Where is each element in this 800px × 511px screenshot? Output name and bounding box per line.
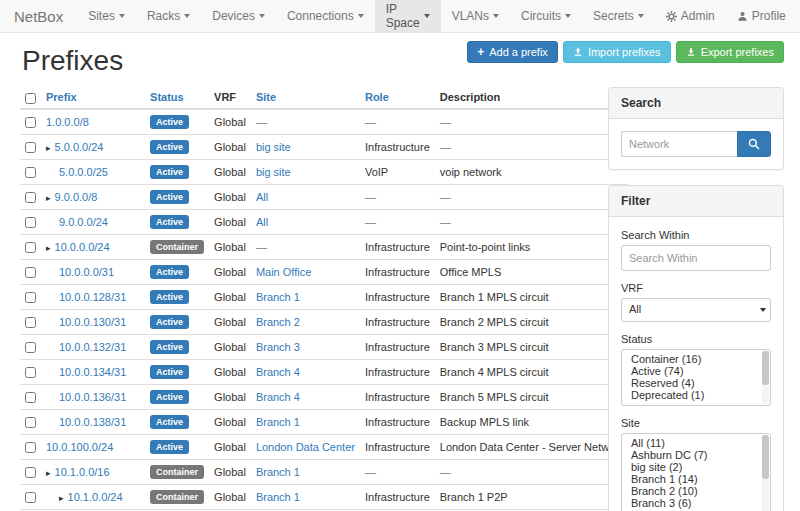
app-brand[interactable]: NetBox: [14, 0, 77, 32]
column-header-role[interactable]: Role: [365, 91, 389, 103]
site-link[interactable]: Branch 4: [256, 391, 300, 403]
site-link[interactable]: All: [256, 191, 268, 203]
status-listbox[interactable]: Container (16)Active (74)Reserved (4)Dep…: [621, 349, 771, 406]
expand-icon[interactable]: ▸: [46, 243, 51, 253]
nav-item-vlans[interactable]: VLANs: [441, 0, 510, 32]
prefix-link[interactable]: 10.0.0.128/31: [59, 291, 126, 303]
vrf-cell: Global: [209, 109, 251, 135]
row-checkbox[interactable]: [25, 342, 36, 353]
nav-item-ip-space[interactable]: IP Space: [375, 0, 441, 32]
scrollbar[interactable]: [762, 351, 769, 404]
row-checkbox[interactable]: [25, 142, 36, 153]
vrf-select[interactable]: All: [621, 298, 771, 322]
prefix-link[interactable]: 10.0.0.0/31: [59, 266, 114, 278]
nav-item-profile[interactable]: Profile: [726, 0, 797, 32]
prefix-link[interactable]: 1.0.0.0/8: [46, 116, 89, 128]
prefix-link[interactable]: 10.0.0.132/31: [59, 341, 126, 353]
filter-option[interactable]: big site (2): [622, 461, 770, 473]
prefix-link[interactable]: 10.0.0.136/31: [59, 391, 126, 403]
site-link[interactable]: London Data Center: [256, 441, 355, 453]
row-checkbox[interactable]: [25, 417, 36, 428]
prefix-link[interactable]: 10.1.0.0/24: [68, 491, 123, 503]
expand-icon[interactable]: ▸: [46, 143, 51, 153]
prefix-link[interactable]: 10.0.0.138/31: [59, 416, 126, 428]
expand-icon[interactable]: ▸: [59, 493, 64, 503]
vrf-cell: Global: [209, 209, 251, 234]
filter-option[interactable]: Branch 2 (10): [622, 485, 770, 497]
column-header-description: Description: [440, 91, 501, 103]
row-checkbox[interactable]: [25, 167, 36, 178]
search-within-input[interactable]: [621, 245, 771, 271]
role-cell: Infrastructure: [365, 491, 430, 503]
prefix-link[interactable]: 10.0.0.134/31: [59, 366, 126, 378]
row-checkbox[interactable]: [25, 292, 36, 303]
nav-item-label: Devices: [212, 9, 255, 23]
prefix-link[interactable]: 10.1.0.0/16: [55, 466, 110, 478]
status-badge: Active: [150, 340, 189, 354]
filter-option[interactable]: Branch 1 (14): [622, 473, 770, 485]
scrollbar[interactable]: [762, 435, 769, 511]
row-checkbox[interactable]: [25, 367, 36, 378]
filter-option[interactable]: All (11): [622, 437, 770, 449]
prefix-link[interactable]: 10.0.0.130/31: [59, 316, 126, 328]
status-label: Status: [621, 333, 771, 345]
site-link[interactable]: Branch 1: [256, 416, 300, 428]
row-checkbox[interactable]: [25, 117, 36, 128]
import-prefixes-button[interactable]: Import prefixes: [563, 41, 671, 63]
expand-icon[interactable]: ▸: [46, 193, 51, 203]
row-checkbox[interactable]: [25, 392, 36, 403]
filter-option[interactable]: Branch 3 (6): [622, 497, 770, 509]
nav-item-devices[interactable]: Devices: [201, 0, 276, 32]
site-link[interactable]: Branch 1: [256, 466, 300, 478]
site-link[interactable]: Branch 4: [256, 366, 300, 378]
select-all-checkbox[interactable]: [25, 93, 36, 104]
row-checkbox[interactable]: [25, 192, 36, 203]
row-checkbox[interactable]: [25, 242, 36, 253]
nav-item-secrets[interactable]: Secrets: [582, 0, 655, 32]
row-checkbox[interactable]: [25, 267, 36, 278]
prefix-link[interactable]: 9.0.0.0/24: [59, 216, 108, 228]
site-link[interactable]: All: [256, 216, 268, 228]
filter-option[interactable]: Active (74): [622, 365, 770, 377]
site-link[interactable]: Branch 1: [256, 291, 300, 303]
filter-option[interactable]: Container (16): [622, 353, 770, 365]
search-input[interactable]: [621, 131, 737, 157]
site-link[interactable]: Branch 2: [256, 316, 300, 328]
site-link[interactable]: Main Office: [256, 266, 311, 278]
row-checkbox[interactable]: [25, 492, 36, 503]
site-link[interactable]: big site: [256, 141, 291, 153]
chevron-down-icon: [760, 308, 766, 312]
vrf-cell: Global: [209, 159, 251, 184]
export-prefixes-button[interactable]: Export prefixes: [676, 41, 784, 63]
site-link[interactable]: Branch 1: [256, 491, 300, 503]
row-checkbox[interactable]: [25, 217, 36, 228]
column-header-prefix[interactable]: Prefix: [46, 91, 77, 103]
nav-item-circuits[interactable]: Circuits: [510, 0, 582, 32]
add-prefix-button[interactable]: + Add a prefix: [467, 41, 558, 63]
prefix-link[interactable]: 5.0.0.0/24: [55, 141, 104, 153]
row-checkbox[interactable]: [25, 317, 36, 328]
site-link[interactable]: big site: [256, 166, 291, 178]
search-button[interactable]: [737, 131, 771, 157]
prefix-link[interactable]: 10.0.100.0/24: [46, 441, 113, 453]
column-header-site[interactable]: Site: [256, 91, 276, 103]
table-row: ▸10.0.0.0/24ContainerGlobal—Infrastructu…: [20, 234, 629, 259]
filter-option[interactable]: Ashburn DC (7): [622, 449, 770, 461]
site-link[interactable]: Branch 3: [256, 341, 300, 353]
row-checkbox[interactable]: [25, 467, 36, 478]
prefix-link[interactable]: 9.0.0.0/8: [55, 191, 98, 203]
nav-item-connections[interactable]: Connections: [276, 0, 375, 32]
nav-item-label: Connections: [287, 9, 354, 23]
column-header-status[interactable]: Status: [150, 91, 184, 103]
filter-option[interactable]: Reserved (4): [622, 377, 770, 389]
expand-icon[interactable]: ▸: [46, 468, 51, 478]
row-checkbox[interactable]: [25, 442, 36, 453]
filter-option[interactable]: Deprecated (1): [622, 389, 770, 401]
prefix-link[interactable]: 5.0.0.0/25: [59, 166, 108, 178]
nav-item-admin[interactable]: Admin: [655, 0, 726, 32]
nav-item-racks[interactable]: Racks: [136, 0, 201, 32]
site-listbox[interactable]: All (11)Ashburn DC (7)big site (2)Branch…: [621, 433, 771, 511]
prefix-link[interactable]: 10.0.0.0/24: [55, 241, 110, 253]
status-badge: Active: [150, 265, 189, 279]
nav-item-sites[interactable]: Sites: [77, 0, 136, 32]
